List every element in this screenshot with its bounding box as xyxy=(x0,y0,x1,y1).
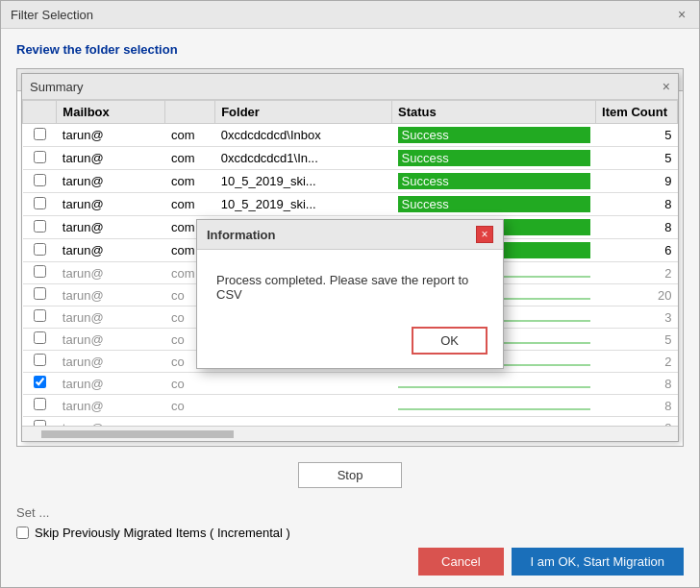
dialog-titlebar: Information × xyxy=(197,220,503,250)
dialog-title: Information xyxy=(207,228,276,242)
dialog-footer: OK xyxy=(197,317,503,368)
dialog-message: Process completed. Please save the repor… xyxy=(197,250,503,317)
information-dialog: Information × Process completed. Please … xyxy=(196,219,504,369)
ok-button[interactable]: OK xyxy=(412,327,488,355)
dialog-close-button[interactable]: × xyxy=(476,226,493,243)
dialog-overlay: Information × Process completed. Please … xyxy=(0,0,700,588)
